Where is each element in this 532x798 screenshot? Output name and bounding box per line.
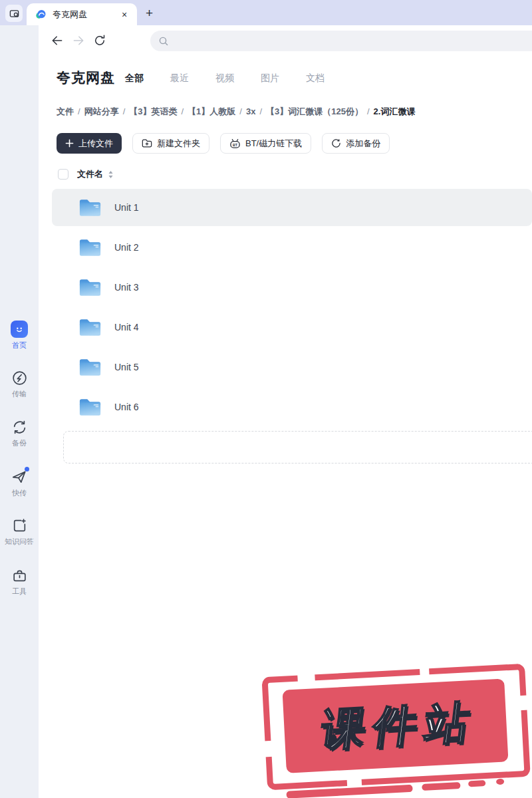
browser-tabstrip: 夸克网盘 × + xyxy=(0,0,532,25)
sidebar-label-qa: 知识问答 xyxy=(5,537,34,547)
tab-videos[interactable]: 视频 xyxy=(215,72,234,84)
sidebar-item-tools[interactable]: 工具 xyxy=(0,567,39,597)
file-name[interactable]: Unit 1 xyxy=(114,202,139,213)
back-button[interactable] xyxy=(51,34,64,47)
filename-column-header[interactable]: 文件名 xyxy=(77,168,103,180)
tab-search-icon xyxy=(9,9,19,19)
file-list: Unit 1 Unit 2 Unit 3 xyxy=(52,189,532,428)
browser-search-input[interactable] xyxy=(150,31,532,51)
refresh-button[interactable] xyxy=(93,34,106,47)
file-row-unit2[interactable]: Unit 2 xyxy=(52,229,532,266)
bt-download-button[interactable]: BT BT/磁力链下载 xyxy=(220,133,311,154)
watermark-stamp: 课件站 xyxy=(261,664,531,798)
folder-icon xyxy=(78,357,102,377)
sidebar-item-quick-send[interactable]: 快传 xyxy=(0,468,39,498)
breadcrumb-current: 2.词汇微课 xyxy=(374,106,416,116)
sidebar-item-qa[interactable]: 知识问答 xyxy=(0,517,39,547)
sidebar-item-home[interactable]: 首页 xyxy=(0,321,39,350)
sidebar-item-backup[interactable]: 备份 xyxy=(0,419,39,448)
breadcrumb-item[interactable]: 【3】英语类 xyxy=(129,106,177,116)
select-all-checkbox[interactable] xyxy=(58,169,68,180)
file-name[interactable]: Unit 3 xyxy=(114,282,139,293)
file-row-unit4[interactable]: Unit 4 xyxy=(52,309,532,346)
breadcrumb: 文件/网站分享/【3】英语类/【1】人教版/3x/【3】词汇微课（125份）/2… xyxy=(57,106,415,118)
browser-tab-active[interactable]: 夸克网盘 × xyxy=(27,3,137,25)
folder-icon xyxy=(78,237,102,257)
transfer-icon xyxy=(11,370,28,386)
file-row-unit6[interactable]: Unit 6 xyxy=(52,388,532,426)
sidebar-item-transfer[interactable]: 传输 xyxy=(0,370,39,399)
search-icon xyxy=(158,36,169,47)
page-title: 夸克网盘 xyxy=(57,68,115,87)
tab-docs[interactable]: 文档 xyxy=(306,72,325,84)
plus-icon xyxy=(65,139,74,148)
quark-netdisk-window: 夸克网盘 × + 首页 xyxy=(0,0,532,798)
upload-dropzone[interactable] xyxy=(63,431,532,464)
forward-button[interactable] xyxy=(72,34,85,47)
file-list-header: 文件名 xyxy=(58,168,114,180)
sidebar-label-tools: 工具 xyxy=(12,587,27,597)
new-tab-button[interactable]: + xyxy=(141,5,158,21)
toolbar: 上传文件 新建文件夹 BT BT/磁力链下载 添加备份 xyxy=(57,133,390,154)
stamp-text: 课件站 xyxy=(310,692,481,761)
sidebar-label-quick-send: 快传 xyxy=(12,488,27,498)
qa-icon xyxy=(11,517,28,534)
add-backup-button[interactable]: 添加备份 xyxy=(322,133,390,154)
sidebar-label-transfer: 传输 xyxy=(12,389,27,399)
tools-icon xyxy=(11,567,28,584)
backup-icon xyxy=(11,419,28,436)
tab-title: 夸克网盘 xyxy=(53,9,118,21)
tab-images[interactable]: 图片 xyxy=(261,72,279,84)
file-name[interactable]: Unit 6 xyxy=(114,402,139,412)
breadcrumb-item[interactable]: 文件 xyxy=(57,106,74,116)
file-row-unit1[interactable]: Unit 1 xyxy=(52,189,532,226)
tab-close-icon[interactable]: × xyxy=(118,9,130,21)
home-icon xyxy=(11,321,28,338)
folder-icon xyxy=(78,397,102,417)
notification-dot xyxy=(25,467,29,471)
tab-recent[interactable]: 最近 xyxy=(170,72,189,84)
file-name[interactable]: Unit 2 xyxy=(114,242,139,253)
sidebar-label-backup: 备份 xyxy=(12,438,27,448)
upload-button[interactable]: 上传文件 xyxy=(57,133,122,154)
breadcrumb-item[interactable]: 【3】词汇微课（125份） xyxy=(266,106,363,116)
file-row-unit3[interactable]: Unit 3 xyxy=(52,269,532,306)
tab-search-button[interactable] xyxy=(5,5,23,22)
stamp-plate: 课件站 xyxy=(282,678,508,773)
breadcrumb-item[interactable]: 【1】人教版 xyxy=(188,106,235,116)
folder-icon xyxy=(78,277,102,297)
sidebar-label-home: 首页 xyxy=(12,340,27,350)
quark-logo-icon xyxy=(35,9,47,20)
bt-magnet-icon: BT xyxy=(229,138,241,149)
sync-circle-icon xyxy=(331,138,341,148)
file-name[interactable]: Unit 5 xyxy=(114,362,139,372)
svg-text:BT: BT xyxy=(233,142,238,146)
file-row-unit5[interactable]: Unit 5 xyxy=(52,348,532,386)
file-name[interactable]: Unit 4 xyxy=(114,322,139,332)
view-tabs: 全部 最近 视频 图片 文档 xyxy=(125,72,325,84)
sidebar xyxy=(0,25,39,798)
tab-all[interactable]: 全部 xyxy=(125,72,144,84)
folder-icon xyxy=(78,317,102,337)
breadcrumb-item[interactable]: 3x xyxy=(246,106,255,116)
new-folder-button[interactable]: 新建文件夹 xyxy=(132,133,209,154)
breadcrumb-item[interactable]: 网站分享 xyxy=(84,106,119,116)
folder-icon xyxy=(78,198,102,217)
sort-icon[interactable] xyxy=(108,170,114,179)
folder-plus-icon xyxy=(142,138,152,148)
